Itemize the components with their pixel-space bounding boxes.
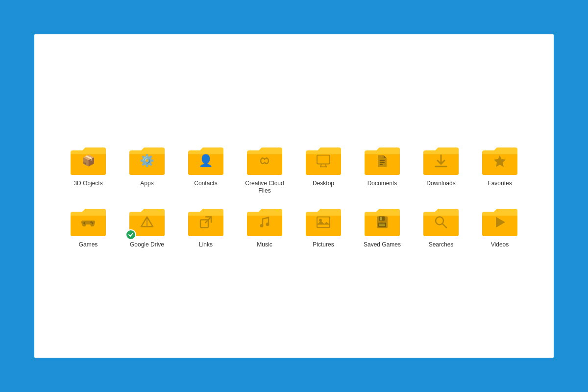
- folder-contacts[interactable]: 👤 Contacts: [179, 144, 233, 195]
- svg-marker-9: [494, 155, 506, 167]
- svg-rect-26: [380, 217, 382, 220]
- folder-label: Links: [199, 241, 213, 249]
- folder-grid: 📦 3D Objects ⚙️ Apps 👤: [47, 124, 541, 269]
- folder-label: Pictures: [313, 241, 334, 249]
- folder-label: Contacts: [194, 180, 217, 188]
- folder-label: Videos: [491, 241, 509, 249]
- folder-videos[interactable]: Videos: [473, 205, 527, 249]
- file-explorer-window: 📦 3D Objects ⚙️ Apps 👤: [34, 34, 554, 358]
- folder-google-drive[interactable]: Google Drive: [120, 205, 174, 249]
- folder-games[interactable]: Games: [61, 205, 115, 249]
- google-drive-sync-badge: [125, 229, 136, 240]
- folder-pictures[interactable]: Pictures: [296, 205, 350, 249]
- svg-point-19: [260, 224, 264, 227]
- folder-favorites[interactable]: Favorites: [473, 144, 527, 195]
- svg-line-30: [442, 223, 446, 227]
- folder-label: Desktop: [313, 180, 334, 188]
- folder-searches[interactable]: Searches: [414, 205, 468, 249]
- svg-point-13: [92, 222, 94, 224]
- svg-marker-31: [496, 217, 505, 227]
- gear-icon: ⚙️: [140, 155, 154, 167]
- folder-downloads[interactable]: Downloads: [414, 144, 468, 195]
- svg-point-20: [266, 222, 270, 226]
- folder-label: Google Drive: [130, 241, 164, 249]
- folder-desktop[interactable]: Desktop: [296, 144, 350, 195]
- folder-label: Saved Games: [364, 241, 401, 249]
- person-icon: 👤: [198, 155, 213, 167]
- folder-label: Favorites: [488, 180, 512, 188]
- folder-creative-cloud[interactable]: Creative Cloud Files: [238, 144, 292, 195]
- folder-label: Games: [79, 241, 98, 249]
- folder-label: Downloads: [426, 180, 455, 188]
- svg-rect-27: [379, 223, 385, 224]
- svg-rect-28: [379, 225, 385, 226]
- folder-label: Documents: [368, 180, 397, 188]
- folder-label: Searches: [429, 241, 454, 249]
- folder-3d-objects[interactable]: 📦 3D Objects: [61, 144, 115, 195]
- folder-label: 3D Objects: [74, 180, 102, 188]
- folder-links[interactable]: Links: [179, 205, 233, 249]
- folder-label: Apps: [140, 180, 153, 188]
- svg-rect-0: [317, 155, 330, 164]
- folder-label: Music: [257, 241, 272, 249]
- folder-music[interactable]: Music: [238, 205, 292, 249]
- folder-documents[interactable]: Documents: [355, 144, 409, 195]
- svg-rect-25: [378, 222, 386, 227]
- folder-apps[interactable]: ⚙️ Apps: [120, 144, 174, 195]
- cube-icon: 📦: [82, 155, 95, 166]
- svg-rect-21: [317, 217, 330, 227]
- svg-point-12: [91, 221, 92, 223]
- folder-label: Creative Cloud Files: [240, 180, 289, 195]
- folder-saved-games[interactable]: Saved Games: [355, 205, 409, 249]
- svg-point-22: [319, 219, 322, 221]
